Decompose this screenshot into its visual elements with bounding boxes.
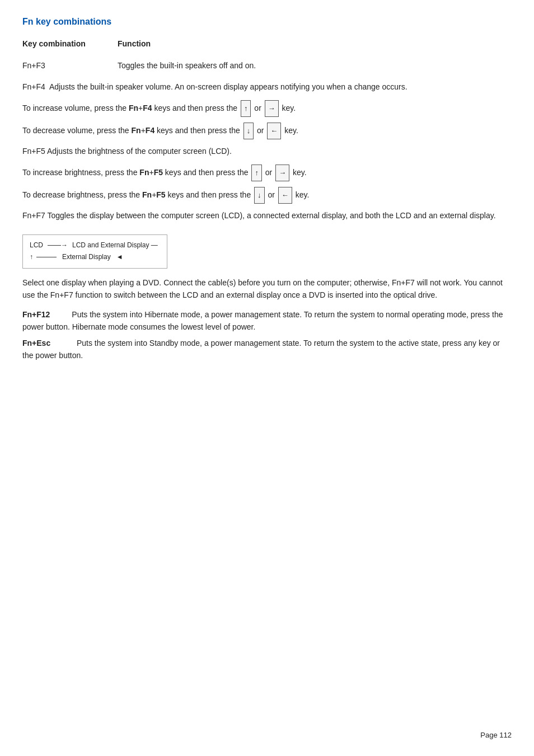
key-fn-f4: Fn+F4 <box>22 82 49 91</box>
entry-fn-esc: Fn+Esc Puts the system into Standby mode… <box>22 337 512 362</box>
entry-fn-f4: Fn+F4 Adjusts the built-in speaker volum… <box>22 81 512 93</box>
fn-bold-4: Fn <box>142 190 152 199</box>
arrow-right-line: ——→ <box>48 240 68 252</box>
entry-fn-f12: Fn+F12 Puts the system into Hibernate mo… <box>22 308 512 334</box>
decrease-brightness-row: To decrease brightness, press the Fn+F5 … <box>22 187 512 204</box>
right-arrow-icon-2: → <box>275 165 289 181</box>
header-key-combination: Key combination <box>22 39 118 48</box>
up-arrow-icon: ↑ <box>241 100 251 117</box>
up-arrow-icon-2: ↑ <box>251 165 262 181</box>
increase-volume-prefix: To increase volume, press the <box>22 104 129 112</box>
increase-volume-row: To increase volume, press the Fn+F4 keys… <box>22 100 512 117</box>
desc-fn-f3: Toggles the built-in speakers off and on… <box>118 59 512 72</box>
left-arrow-icon: ← <box>267 123 281 139</box>
decrease-volume-row: To decrease volume, press the Fn+F4 keys… <box>22 123 512 139</box>
page-title: Fn key combinations <box>22 17 512 27</box>
external-display-label: External Display <box>62 251 111 264</box>
key-fn-f12: Fn+F12 <box>22 310 50 319</box>
key-fn-f3: Fn+F3 <box>22 59 118 72</box>
page-number: Page 112 <box>480 731 512 739</box>
decrease-volume-suffix: keys and then press the <box>154 126 242 135</box>
lcd-diagram: LCD ——→ LCD and External Display — ↑ ———… <box>22 234 167 269</box>
up-arrow-diagram: ↑ <box>30 251 33 264</box>
down-arrow-icon-2: ↓ <box>254 187 265 204</box>
decrease-volume-prefix: To decrease volume, press the <box>22 126 132 135</box>
select-dvd-text: Select one display when playing a DVD. C… <box>22 276 512 302</box>
lcd-label: LCD <box>30 240 43 252</box>
fn-bold: Fn <box>129 104 138 112</box>
desc-fn-f4: Adjusts the built-in speaker volume. An … <box>49 82 407 91</box>
desc-fn-esc: Puts the system into Standby mode, a pow… <box>22 339 500 360</box>
increase-brightness-suffix: keys and then press the <box>163 168 250 177</box>
down-arrow-icon: ↓ <box>243 123 254 139</box>
entry-fn-f5: Fn+F5 Adjusts the brightness of the comp… <box>22 145 512 157</box>
desc-fn-f12: Puts the system into Hibernate mode, a p… <box>22 310 503 331</box>
lcd-diagram-top-row: LCD ——→ LCD and External Display — <box>30 240 158 252</box>
fn-bold-3: Fn <box>139 168 149 177</box>
arrow-back-diagram: ◄ <box>116 251 123 264</box>
key-fn-esc: Fn+Esc <box>22 339 50 348</box>
lcd-diagram-bottom-row: ↑ ——— External Display ◄ <box>30 251 158 264</box>
entry-fn-f7: Fn+F7 Toggles the display between the co… <box>22 209 512 222</box>
header-row: Key combination Function <box>22 39 512 48</box>
bottom-line: ——— <box>36 251 57 264</box>
header-function: Function <box>118 39 512 48</box>
increase-volume-suffix: keys and then press the <box>152 104 240 112</box>
left-arrow-icon-2: ← <box>278 187 292 204</box>
f4-bold: F4 <box>143 104 152 112</box>
fn-bold-2: Fn <box>132 126 141 135</box>
f5-bold-2: F5 <box>156 190 165 199</box>
right-arrow-icon: → <box>265 100 279 117</box>
entry-fn-f3: Fn+F3 Toggles the built-in speakers off … <box>22 59 512 72</box>
decrease-brightness-suffix: keys and then press the <box>166 190 253 199</box>
increase-brightness-prefix: To increase brightness, press the <box>22 168 139 177</box>
lcd-external-label: LCD and External Display — <box>72 240 158 252</box>
f5-bold: F5 <box>154 168 163 177</box>
increase-brightness-row: To increase brightness, press the Fn+F5 … <box>22 165 512 181</box>
f4-bold-2: F4 <box>146 126 154 135</box>
decrease-brightness-prefix: To decrease brightness, press the <box>22 190 142 199</box>
